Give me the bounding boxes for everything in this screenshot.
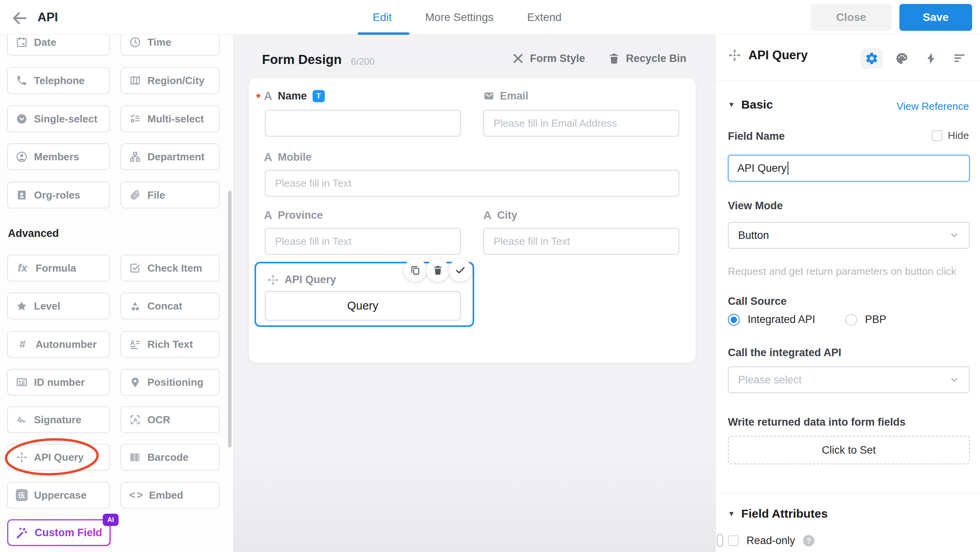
- sidebar-item-barcode[interactable]: Barcode: [121, 444, 220, 471]
- close-button[interactable]: Close: [811, 4, 891, 31]
- tab-extend[interactable]: Extend: [527, 11, 562, 24]
- star-icon: [16, 300, 28, 312]
- sidebar-item-org-roles[interactable]: Org-roles: [7, 182, 110, 208]
- copy-field-button[interactable]: [404, 259, 427, 282]
- click-to-set-button[interactable]: Click to Set: [728, 436, 970, 464]
- sidebar-item-department[interactable]: Department: [121, 143, 220, 170]
- trash-icon: [608, 52, 620, 65]
- query-button[interactable]: Query: [265, 291, 461, 321]
- integrated-api-select[interactable]: Please select: [728, 366, 970, 393]
- sidebar-item-region-city[interactable]: Region/City: [121, 67, 220, 94]
- sidebar-item-embed[interactable]: <>Embed: [121, 482, 220, 509]
- conditions-tab-button[interactable]: [948, 48, 971, 69]
- sidebar-item-positioning[interactable]: Positioning: [121, 369, 220, 396]
- calendar-icon: [16, 36, 28, 48]
- sidebar-item-label: Department: [147, 151, 204, 163]
- rich-text-icon: [129, 338, 141, 350]
- field-label-email: Email: [483, 89, 528, 103]
- question-mark-icon[interactable]: ?: [803, 535, 814, 546]
- delete-field-button[interactable]: [426, 259, 449, 282]
- back-arrow-icon[interactable]: [11, 9, 28, 27]
- radio-selected-icon[interactable]: [728, 314, 740, 326]
- sidebar-item-signature[interactable]: Signature: [7, 406, 110, 433]
- sidebar-item-label: Barcode: [147, 451, 188, 464]
- person-icon: [16, 151, 28, 163]
- field-name-input[interactable]: API Query: [728, 155, 970, 182]
- hash-icon: #: [16, 338, 29, 351]
- sidebar-item-label: Embed: [149, 489, 183, 501]
- clock-icon: [129, 36, 141, 48]
- embed-icon: <>: [129, 489, 143, 501]
- save-button[interactable]: Save: [899, 4, 972, 31]
- sidebar-item-label: Signature: [34, 414, 81, 426]
- sidebar-item-label: Time: [147, 36, 171, 49]
- sidebar-item-label: Date: [34, 36, 56, 49]
- recycle-bin-button[interactable]: Recycle Bin: [608, 52, 686, 65]
- sidebar-item-label: API Query: [34, 451, 84, 464]
- email-input[interactable]: Please fill in Email Address: [483, 110, 679, 137]
- sidebar-item-id-number[interactable]: ID number: [7, 369, 110, 396]
- read-only-checkbox[interactable]: [728, 535, 739, 546]
- active-tab-underline: [358, 32, 409, 35]
- tools-icon: [512, 52, 524, 65]
- sidebar-item-label: Rich Text: [147, 338, 193, 351]
- hide-checkbox[interactable]: [932, 130, 942, 141]
- view-mode-select[interactable]: Button: [728, 222, 970, 249]
- form-style-label: Form Style: [530, 53, 585, 65]
- radio-integrated-api[interactable]: Integrated API: [728, 314, 815, 326]
- name-input[interactable]: [265, 110, 461, 137]
- integrated-api-label: Call the integrated API: [728, 347, 841, 359]
- read-only-option: Read-only ?: [728, 535, 814, 547]
- text-field-icon: A: [264, 90, 272, 102]
- sidebar-item-file[interactable]: File: [121, 182, 220, 208]
- sidebar-item-label: Check Item: [147, 262, 202, 274]
- settings-tab-button[interactable]: [861, 48, 883, 69]
- basic-section-header[interactable]: ▼ Basic: [728, 98, 773, 111]
- sidebar-item-check-item[interactable]: Check Item: [121, 255, 220, 282]
- title-badge: T: [313, 90, 325, 102]
- view-reference-link[interactable]: View Reference: [897, 100, 969, 113]
- mobile-input[interactable]: Please fill in Text: [265, 170, 679, 197]
- confirm-field-button[interactable]: [449, 259, 472, 282]
- panel-scrollbar-thumb[interactable]: [717, 534, 723, 547]
- sidebar-item-label: Single-select: [34, 113, 97, 125]
- sidebar-item-autonumber[interactable]: #Autonumber: [7, 331, 110, 358]
- check-square-icon: [129, 262, 141, 274]
- app-root: Date Time Telephone Region/City Single-s…: [0, 0, 980, 552]
- gear-icon: [865, 52, 878, 65]
- events-tab-button[interactable]: [920, 48, 942, 69]
- uppercase-icon: 伍: [16, 489, 28, 501]
- form-style-button[interactable]: Form Style: [512, 52, 585, 65]
- sidebar-item-concat[interactable]: Concat: [121, 293, 220, 319]
- custom-field-button[interactable]: Custom Field AI: [7, 519, 111, 546]
- radio-unselected-icon[interactable]: [845, 314, 857, 326]
- multi-select-icon: [129, 113, 141, 125]
- field-label-province: A Province: [264, 208, 323, 222]
- sidebar-item-api-query[interactable]: API Query: [7, 444, 110, 471]
- copy-icon: [410, 265, 421, 276]
- read-only-label: Read-only: [746, 535, 795, 547]
- call-source-label: Call Source: [728, 295, 787, 308]
- sidebar-item-multi-select[interactable]: Multi-select: [121, 105, 220, 132]
- sidebar-item-telephone[interactable]: Telephone: [7, 67, 110, 94]
- sidebar-item-uppercase[interactable]: 伍Uppercase: [7, 482, 110, 509]
- style-tab-button[interactable]: [891, 48, 913, 69]
- tab-edit[interactable]: Edit: [373, 11, 392, 24]
- radio-pbp[interactable]: PBP: [845, 314, 886, 326]
- province-input[interactable]: Please fill in Text: [265, 228, 461, 255]
- sidebar-item-members[interactable]: Members: [7, 143, 110, 170]
- sidebar-item-label: Concat: [147, 300, 182, 312]
- sidebar-item-single-select[interactable]: Single-select: [7, 105, 110, 132]
- hide-label: Hide: [948, 130, 969, 142]
- city-input[interactable]: Please fill in Text: [483, 228, 679, 255]
- field-attributes-section-header[interactable]: ▼ Field Attributes: [728, 507, 828, 520]
- sidebar-item-level[interactable]: Level: [7, 293, 110, 319]
- sidebar-scrollbar[interactable]: [228, 191, 232, 447]
- sidebar-item-formula[interactable]: fxFormula: [7, 255, 110, 282]
- sidebar-item-label: Level: [34, 300, 60, 312]
- trash-icon: [432, 265, 443, 276]
- single-select-icon: [16, 113, 28, 125]
- sidebar-item-rich-text[interactable]: Rich Text: [121, 331, 220, 358]
- tab-more-settings[interactable]: More Settings: [425, 11, 494, 24]
- sidebar-item-ocr[interactable]: OCR: [121, 406, 220, 433]
